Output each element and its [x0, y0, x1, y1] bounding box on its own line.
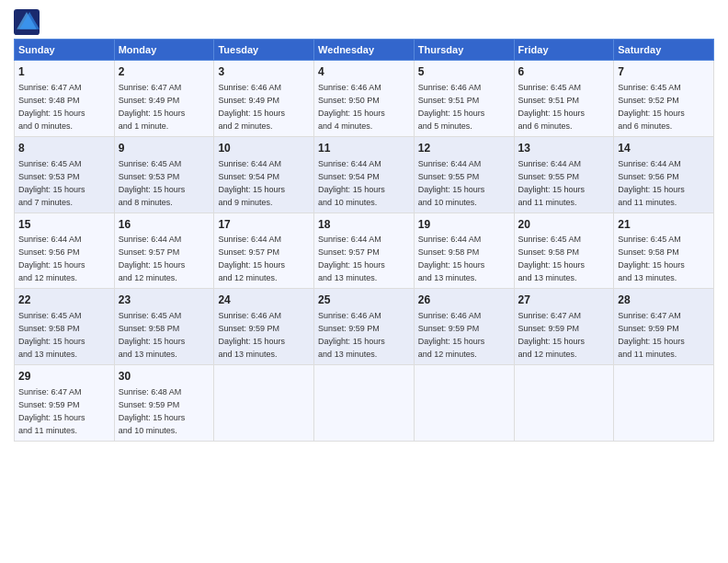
- day-number: 17: [218, 217, 310, 233]
- day-number: 9: [119, 141, 210, 156]
- calendar-cell: 18 Sunrise: 6:44 AMSunset: 9:57 PMDaylig…: [314, 213, 415, 289]
- weekday-header-saturday: Saturday: [614, 40, 714, 61]
- day-number: 2: [119, 64, 210, 80]
- calendar-cell: 7 Sunrise: 6:45 AMSunset: 9:52 PMDayligh…: [614, 61, 714, 137]
- day-info: Sunrise: 6:46 AMSunset: 9:59 PMDaylight:…: [318, 311, 385, 359]
- calendar-cell: 8 Sunrise: 6:45 AMSunset: 9:53 PMDayligh…: [15, 136, 115, 213]
- day-info: Sunrise: 6:47 AMSunset: 9:59 PMDaylight:…: [518, 311, 586, 359]
- day-info: Sunrise: 6:47 AMSunset: 9:49 PMDaylight:…: [119, 83, 186, 131]
- day-number: 23: [119, 293, 210, 308]
- day-number: 5: [418, 64, 510, 80]
- weekday-header-row: SundayMondayTuesdayWednesdayThursdayFrid…: [15, 40, 714, 61]
- day-info: Sunrise: 6:48 AMSunset: 9:59 PMDaylight:…: [119, 387, 186, 435]
- calendar-cell: 19 Sunrise: 6:44 AMSunset: 9:58 PMDaylig…: [414, 213, 514, 289]
- day-info: Sunrise: 6:45 AMSunset: 9:58 PMDaylight:…: [18, 311, 85, 359]
- day-info: Sunrise: 6:44 AMSunset: 9:54 PMDaylight:…: [318, 159, 385, 207]
- day-number: 11: [318, 141, 410, 156]
- day-number: 7: [618, 64, 710, 80]
- day-info: Sunrise: 6:44 AMSunset: 9:55 PMDaylight:…: [418, 159, 485, 207]
- calendar-cell: [614, 365, 714, 442]
- calendar-cell: 16 Sunrise: 6:44 AMSunset: 9:57 PMDaylig…: [114, 213, 214, 289]
- day-number: 12: [418, 141, 510, 156]
- day-info: Sunrise: 6:44 AMSunset: 9:57 PMDaylight:…: [318, 235, 385, 282]
- calendar-cell: 9 Sunrise: 6:45 AMSunset: 9:53 PMDayligh…: [114, 136, 214, 213]
- calendar-cell: 14 Sunrise: 6:44 AMSunset: 9:56 PMDaylig…: [614, 136, 714, 213]
- calendar-cell: 10 Sunrise: 6:44 AMSunset: 9:54 PMDaylig…: [214, 136, 314, 213]
- calendar-cell: 6 Sunrise: 6:45 AMSunset: 9:51 PMDayligh…: [514, 61, 614, 137]
- day-info: Sunrise: 6:46 AMSunset: 9:49 PMDaylight:…: [218, 83, 285, 131]
- logo: [14, 9, 43, 35]
- day-info: Sunrise: 6:45 AMSunset: 9:58 PMDaylight:…: [618, 235, 685, 282]
- day-info: Sunrise: 6:44 AMSunset: 9:55 PMDaylight:…: [518, 159, 586, 207]
- calendar-week-row: 22 Sunrise: 6:45 AMSunset: 9:58 PMDaylig…: [15, 289, 714, 365]
- calendar-cell: 1 Sunrise: 6:47 AMSunset: 9:48 PMDayligh…: [15, 61, 115, 137]
- calendar-cell: [214, 365, 314, 442]
- calendar-cell: [514, 365, 614, 442]
- day-number: 30: [119, 369, 210, 385]
- logo-icon: [14, 9, 40, 35]
- day-number: 1: [18, 64, 110, 80]
- day-number: 22: [18, 293, 110, 308]
- day-info: Sunrise: 6:47 AMSunset: 9:59 PMDaylight:…: [18, 387, 85, 435]
- calendar-cell: 3 Sunrise: 6:46 AMSunset: 9:49 PMDayligh…: [214, 61, 314, 137]
- calendar-cell: [414, 365, 514, 442]
- calendar-cell: 2 Sunrise: 6:47 AMSunset: 9:49 PMDayligh…: [114, 61, 214, 137]
- weekday-header-thursday: Thursday: [414, 40, 514, 61]
- weekday-header-wednesday: Wednesday: [314, 40, 415, 61]
- day-info: Sunrise: 6:45 AMSunset: 9:53 PMDaylight:…: [18, 159, 85, 207]
- calendar-cell: 4 Sunrise: 6:46 AMSunset: 9:50 PMDayligh…: [314, 61, 415, 137]
- weekday-header-sunday: Sunday: [15, 40, 115, 61]
- calendar-cell: 30 Sunrise: 6:48 AMSunset: 9:59 PMDaylig…: [114, 365, 214, 442]
- calendar-cell: 27 Sunrise: 6:47 AMSunset: 9:59 PMDaylig…: [514, 289, 614, 365]
- day-info: Sunrise: 6:46 AMSunset: 9:59 PMDaylight:…: [218, 311, 285, 359]
- header: [14, 9, 714, 35]
- calendar-cell: 26 Sunrise: 6:46 AMSunset: 9:59 PMDaylig…: [414, 289, 514, 365]
- calendar-cell: 24 Sunrise: 6:46 AMSunset: 9:59 PMDaylig…: [214, 289, 314, 365]
- calendar-cell: 5 Sunrise: 6:46 AMSunset: 9:51 PMDayligh…: [414, 61, 514, 137]
- day-number: 4: [318, 64, 410, 80]
- day-number: 21: [618, 217, 710, 233]
- day-number: 13: [518, 141, 610, 156]
- day-number: 3: [218, 64, 310, 80]
- day-info: Sunrise: 6:46 AMSunset: 9:59 PMDaylight:…: [418, 311, 485, 359]
- day-number: 25: [318, 293, 410, 308]
- calendar-cell: 25 Sunrise: 6:46 AMSunset: 9:59 PMDaylig…: [314, 289, 415, 365]
- calendar-week-row: 15 Sunrise: 6:44 AMSunset: 9:56 PMDaylig…: [15, 213, 714, 289]
- calendar-cell: 17 Sunrise: 6:44 AMSunset: 9:57 PMDaylig…: [214, 213, 314, 289]
- calendar-cell: 12 Sunrise: 6:44 AMSunset: 9:55 PMDaylig…: [414, 136, 514, 213]
- page: SundayMondayTuesdayWednesdayThursdayFrid…: [0, 0, 728, 563]
- day-info: Sunrise: 6:47 AMSunset: 9:59 PMDaylight:…: [618, 311, 685, 359]
- day-info: Sunrise: 6:45 AMSunset: 9:58 PMDaylight:…: [518, 235, 586, 282]
- calendar-cell: [314, 365, 415, 442]
- calendar-cell: 13 Sunrise: 6:44 AMSunset: 9:55 PMDaylig…: [514, 136, 614, 213]
- calendar-week-row: 8 Sunrise: 6:45 AMSunset: 9:53 PMDayligh…: [15, 136, 714, 213]
- calendar-cell: 29 Sunrise: 6:47 AMSunset: 9:59 PMDaylig…: [15, 365, 115, 442]
- day-info: Sunrise: 6:45 AMSunset: 9:51 PMDaylight:…: [518, 83, 586, 131]
- day-info: Sunrise: 6:45 AMSunset: 9:53 PMDaylight:…: [119, 159, 186, 207]
- day-number: 15: [18, 217, 110, 233]
- calendar-cell: 15 Sunrise: 6:44 AMSunset: 9:56 PMDaylig…: [15, 213, 115, 289]
- day-info: Sunrise: 6:44 AMSunset: 9:56 PMDaylight:…: [618, 159, 685, 207]
- day-number: 27: [518, 293, 610, 308]
- day-number: 16: [119, 217, 210, 233]
- day-info: Sunrise: 6:44 AMSunset: 9:57 PMDaylight:…: [218, 235, 285, 282]
- day-info: Sunrise: 6:44 AMSunset: 9:57 PMDaylight:…: [119, 235, 186, 282]
- day-number: 10: [218, 141, 310, 156]
- calendar-cell: 20 Sunrise: 6:45 AMSunset: 9:58 PMDaylig…: [514, 213, 614, 289]
- calendar-table: SundayMondayTuesdayWednesdayThursdayFrid…: [14, 39, 714, 442]
- day-info: Sunrise: 6:44 AMSunset: 9:54 PMDaylight:…: [218, 159, 285, 207]
- day-number: 20: [518, 217, 610, 233]
- day-number: 19: [418, 217, 510, 233]
- calendar-cell: 28 Sunrise: 6:47 AMSunset: 9:59 PMDaylig…: [614, 289, 714, 365]
- day-info: Sunrise: 6:47 AMSunset: 9:48 PMDaylight:…: [18, 83, 85, 131]
- weekday-header-tuesday: Tuesday: [214, 40, 314, 61]
- day-number: 24: [218, 293, 310, 308]
- day-number: 26: [418, 293, 510, 308]
- day-info: Sunrise: 6:46 AMSunset: 9:50 PMDaylight:…: [318, 83, 385, 131]
- calendar-cell: 22 Sunrise: 6:45 AMSunset: 9:58 PMDaylig…: [15, 289, 115, 365]
- calendar-cell: 21 Sunrise: 6:45 AMSunset: 9:58 PMDaylig…: [614, 213, 714, 289]
- day-number: 28: [618, 293, 710, 308]
- day-number: 29: [18, 369, 110, 385]
- calendar-week-row: 1 Sunrise: 6:47 AMSunset: 9:48 PMDayligh…: [15, 61, 714, 137]
- calendar-cell: 23 Sunrise: 6:45 AMSunset: 9:58 PMDaylig…: [114, 289, 214, 365]
